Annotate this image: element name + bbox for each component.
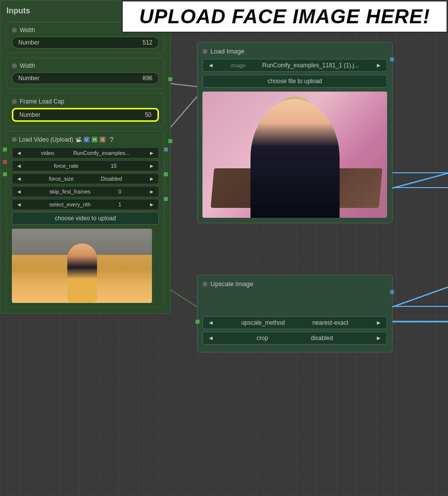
frame-load-cap-section: Frame Load Cap Number 50 [6,94,164,126]
frame-load-cap-dot [12,99,17,104]
upscale-connector-right [390,290,394,294]
crop-arrow-left[interactable]: ◄ [208,335,214,342]
crop-row: ◄ crop disabled ► [202,332,387,345]
select-nth-arrow-right[interactable]: ► [149,201,154,207]
lv-connector-2 [3,160,7,164]
force-rate-arrow-left[interactable]: ◄ [16,163,22,169]
choose-file-button[interactable]: choose file to upload [202,75,387,88]
inputs-panel: Inputs Width Number 512 Width Number 896… [0,0,171,314]
image-selector[interactable]: ◄ image RunComfy_examples_1181_1 (1).j..… [202,59,387,72]
upload-banner: UPLOAD FACE IMAGE HERE! [121,0,448,33]
blue-line-1 [393,172,448,173]
force-size-arrow-left[interactable]: ◄ [16,176,22,182]
video-arrow-left[interactable]: ◄ [16,150,22,156]
upscale-method-row: ◄ upscale_method nearest-exact ► [202,316,387,329]
load-image-connector-right [390,57,394,61]
width1-connector [168,77,172,81]
lv-connector-right [164,148,168,151]
blue-line-2 [393,187,448,188]
crop-arrow-right[interactable]: ► [376,335,382,342]
skip-frames-arrow-right[interactable]: ► [149,189,154,195]
help-icon[interactable]: ? [109,136,113,144]
upscale-image-title: Upscale Image [202,280,387,288]
force-rate-arrow-right[interactable]: ► [149,163,154,169]
upload-banner-text: UPLOAD FACE IMAGE HERE! [139,5,430,27]
upscale-connector-left [196,320,199,324]
video-row: ◄ video RunComfy_examples... ► [12,148,159,158]
width2-dot [12,63,17,68]
svg-line-2 [393,173,448,188]
skip-frames-row: ◄ skip_first_frames 0 ► [12,186,159,197]
face-image-display [202,92,387,218]
s-badge: S [100,137,105,143]
upscale-method-arrow-left[interactable]: ◄ [208,319,214,326]
blue-line-3 [393,306,448,307]
load-image-dot [202,49,207,54]
force-rate-row: ◄ force_rate 15 ► [12,160,159,171]
blue-line-4 [393,321,448,322]
upscale-method-arrow-right[interactable]: ► [376,319,382,326]
force-size-arrow-right[interactable]: ► [149,176,154,182]
v-badge: V [84,137,90,143]
skip-frames-arrow-left[interactable]: ◄ [16,189,22,195]
video-thumbnail [12,229,152,303]
upscale-image-node: Upscale Image ◄ upscale_method nearest-e… [197,275,393,352]
load-video-dot [12,137,17,142]
h-badge: H [92,137,98,143]
svg-line-5 [166,287,197,307]
choose-video-button[interactable]: choose video to upload [12,212,159,225]
frame-load-cap-input[interactable]: Number 50 [12,108,159,122]
image-selector-arrow-left[interactable]: ◄ [208,62,214,69]
lv-connector-3 [3,172,7,176]
load-image-title: Load Image [202,48,387,55]
width2-label: Width [12,62,159,69]
load-video-section: Load Video (Upload) 📽 V H S ? ◄ video Ru… [6,131,164,307]
frame-load-cap-label: Frame Load Cap [12,98,159,105]
select-nth-arrow-left[interactable]: ◄ [16,201,22,207]
image-selector-arrow-right[interactable]: ► [376,62,382,69]
load-image-node: Load Image ◄ image RunComfy_examples_118… [197,42,393,223]
width2-input[interactable]: Number 896 [12,72,159,84]
width1-dot [12,28,17,33]
lv-connector-1 [3,148,7,151]
width2-section: Width Number 896 [6,58,164,89]
lv-connector-right2 [164,172,168,176]
svg-line-3 [393,287,448,307]
width2-connector [168,139,172,143]
video-camera-icon: 📽 [75,136,82,144]
video-arrow-right[interactable]: ► [149,150,154,156]
select-nth-row: ◄ select_every_nth 1 ► [12,199,159,210]
force-size-row: ◄ force_size Disabled ► [12,173,159,184]
upscale-dot [202,282,207,287]
width1-input[interactable]: Number 512 [12,37,159,49]
lv-connector-right3 [164,197,168,201]
load-video-title: Load Video (Upload) 📽 V H S ? [12,136,159,144]
